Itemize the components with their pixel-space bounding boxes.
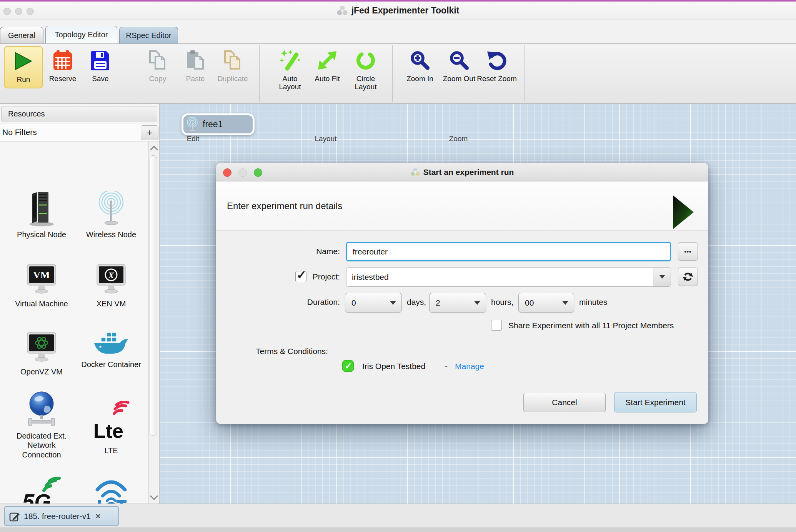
- 5g-icon: 5G: [22, 477, 61, 504]
- resource-5g[interactable]: 5G 5G: [8, 477, 75, 504]
- edit-pencil-icon: [9, 511, 20, 522]
- svg-text:5G: 5G: [22, 489, 51, 504]
- sidebar-scrollbar[interactable]: [148, 141, 158, 504]
- testbed-terms-checkbox[interactable]: [342, 360, 354, 372]
- hours-value: 2: [436, 298, 440, 308]
- topology-node-free1[interactable]: free1: [182, 113, 255, 135]
- resources-sidebar: Resources No Filters + Physical Node: [0, 104, 160, 504]
- scrollbar-thumb[interactable]: [150, 155, 157, 436]
- group-label-edit: Edit: [127, 135, 259, 143]
- circle-layout-button[interactable]: Circle Layout: [346, 46, 386, 91]
- run-play-icon: [15, 49, 32, 73]
- group-label-layout: Layout: [259, 135, 392, 143]
- share-experiment-label: Share Experiment with all 11 Project Mem…: [508, 321, 674, 330]
- resource-wireless-node[interactable]: Wireless Node: [76, 191, 146, 239]
- cancel-button[interactable]: Cancel: [523, 393, 606, 412]
- floppy-disk-icon: [91, 48, 110, 72]
- reset-zoom-button[interactable]: Reset Zoom: [477, 46, 517, 91]
- auto-fit-button[interactable]: Auto Fit: [310, 46, 345, 91]
- resource-xen-vm[interactable]: X XEN VM: [76, 264, 146, 308]
- toolbar-divider: [392, 45, 393, 102]
- combobox-dropdown-arrow[interactable]: [653, 268, 671, 286]
- experiment-name-input[interactable]: [346, 242, 671, 261]
- days-suffix-label: days,: [407, 298, 426, 307]
- svg-text:VM: VM: [33, 269, 50, 281]
- docker-whale-icon: [93, 331, 130, 357]
- resource-dedicated-ext-network[interactable]: Dedicated Ext. Network Connection: [8, 391, 75, 459]
- circle-layout-icon: [355, 48, 377, 72]
- project-combobox[interactable]: iristestbed: [346, 267, 671, 287]
- zoom-out-icon: [449, 48, 470, 72]
- filter-status-label: No Filters: [2, 128, 37, 137]
- close-tab-icon[interactable]: ×: [95, 512, 101, 521]
- tab-rspec-editor[interactable]: RSpec Editor: [119, 27, 178, 43]
- manage-terms-link[interactable]: Manage: [455, 362, 484, 371]
- dialog-title: Start an experiment run: [216, 163, 708, 181]
- run-button[interactable]: Run: [4, 46, 43, 88]
- main-tabstrip: General Topology Editor RSpec Editor: [0, 20, 796, 43]
- group-label-zoom: Zoom: [392, 135, 525, 143]
- zoom-out-button[interactable]: Zoom Out: [441, 46, 477, 91]
- zoom-in-button[interactable]: Zoom In: [402, 46, 438, 91]
- hours-suffix-label: hours,: [491, 298, 513, 307]
- duplicate-button[interactable]: Duplicate: [212, 46, 253, 91]
- openvz-monitor-icon: [24, 332, 59, 364]
- experiment-tab-free-router-v1[interactable]: 185. free-router-v1 ×: [4, 506, 119, 526]
- paste-icon: [185, 48, 206, 72]
- minutes-suffix-label: minutes: [579, 298, 608, 307]
- resource-docker-container[interactable]: Docker Container: [76, 331, 146, 369]
- window-bottom-strip: [0, 527, 796, 532]
- terms-conditions-label: Terms & Conditions:: [256, 347, 328, 356]
- save-button[interactable]: Save: [81, 46, 120, 91]
- start-experiment-dialog: Start an experiment run Enter experiment…: [216, 163, 708, 424]
- experiment-play-icon: [673, 195, 694, 231]
- resource-iot[interactable]: IoT: [76, 476, 146, 504]
- dialog-header-text: Enter experiment run details: [227, 201, 342, 211]
- resource-virtual-machine[interactable]: VM Virtual Machine: [8, 264, 75, 308]
- tab-topology-editor[interactable]: Topology Editor: [45, 26, 117, 43]
- duration-minutes-dropdown[interactable]: 00: [518, 293, 574, 313]
- scroll-up-arrow[interactable]: [150, 146, 158, 154]
- resource-physical-node[interactable]: Physical Node: [8, 191, 75, 239]
- paste-icon-button[interactable]: Paste: [178, 46, 213, 91]
- resource-openvz-vm[interactable]: OpenVZ VM: [8, 332, 75, 376]
- refresh-projects-button[interactable]: [678, 268, 698, 286]
- toolbar-ribbon: Run Reserve Save Copy Paste: [0, 43, 796, 104]
- scroll-down-arrow[interactable]: [150, 492, 158, 500]
- copy-button[interactable]: Copy: [140, 46, 175, 91]
- vm-monitor-icon: VM: [24, 264, 59, 296]
- resources-panel-header: Resources: [1, 106, 157, 121]
- iot-icon: [94, 476, 128, 504]
- project-selected-value: iristestbed: [352, 273, 389, 282]
- globe-network-icon: [23, 391, 60, 428]
- minutes-value: 00: [525, 298, 534, 308]
- magic-wand-icon: [279, 48, 301, 72]
- resource-lte[interactable]: Lte LTE: [76, 401, 146, 455]
- auto-layout-button[interactable]: Auto Layout: [272, 46, 308, 91]
- reset-zoom-icon: [486, 48, 507, 72]
- zoom-in-icon: [410, 48, 430, 72]
- resource-list: Physical Node Wireless Node VM: [0, 141, 148, 504]
- name-more-button[interactable]: •••: [678, 242, 698, 261]
- duration-days-dropdown[interactable]: 0: [345, 293, 402, 313]
- calendar-icon: [53, 48, 73, 72]
- tab-general[interactable]: General: [0, 27, 43, 43]
- dialog-header: Enter experiment run details: [216, 181, 708, 231]
- jfed-window: jFed Experimenter Toolkit General Topolo…: [0, 0, 796, 532]
- jfed-dialog-logo-icon: [411, 168, 420, 177]
- toolbar-divider: [259, 45, 260, 102]
- start-experiment-button[interactable]: Start Experiment: [614, 392, 697, 412]
- days-value: 0: [351, 298, 356, 308]
- toolbar-divider: [525, 45, 525, 102]
- share-experiment-checkbox[interactable]: [491, 320, 502, 331]
- project-checkbox[interactable]: [295, 271, 306, 282]
- svg-text:Lte: Lte: [93, 420, 123, 442]
- xen-monitor-icon: X: [94, 264, 128, 296]
- reserve-button[interactable]: Reserve: [43, 46, 82, 91]
- refresh-icon: [682, 271, 694, 283]
- svg-text:X: X: [108, 270, 115, 280]
- project-label: Project:: [308, 272, 340, 281]
- duration-hours-dropdown[interactable]: 2: [429, 293, 486, 313]
- name-label: Name:: [255, 247, 340, 256]
- wireless-node-icon: [186, 117, 199, 132]
